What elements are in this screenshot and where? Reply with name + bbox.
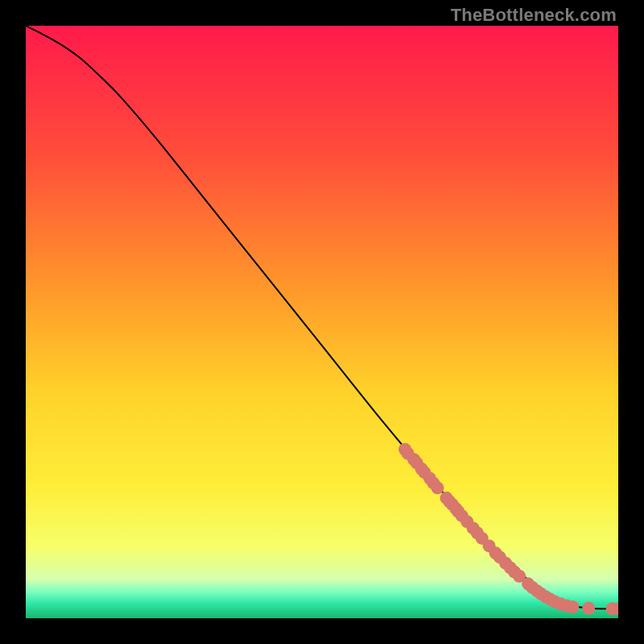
watermark-text: TheBottleneck.com bbox=[451, 5, 617, 26]
plot-area bbox=[26, 26, 618, 618]
gradient-background bbox=[26, 26, 618, 618]
data-marker bbox=[582, 601, 595, 614]
data-marker bbox=[566, 601, 579, 613]
data-marker bbox=[431, 481, 444, 494]
chart-frame: TheBottleneck.com bbox=[0, 0, 644, 644]
chart-svg bbox=[26, 26, 618, 618]
